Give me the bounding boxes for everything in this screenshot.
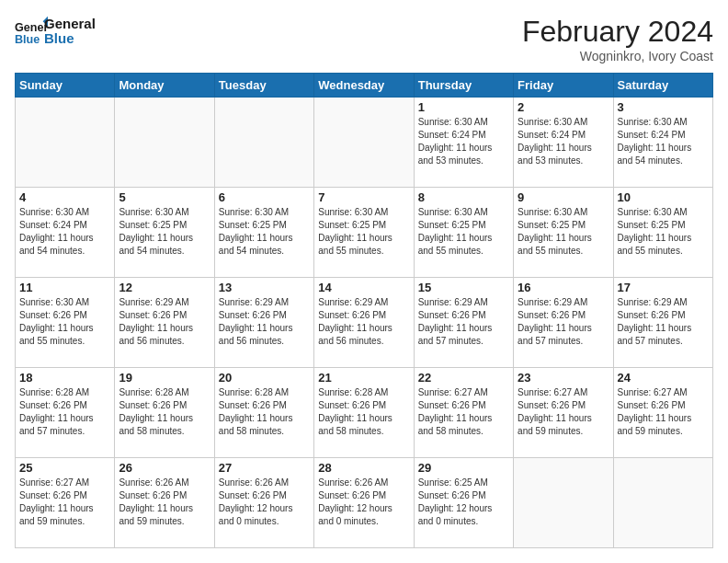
day-number: 5 [119, 190, 210, 204]
day-info: Sunrise: 6:28 AM Sunset: 6:26 PM Dayligh… [19, 386, 110, 438]
weekday-header-monday: Monday [115, 74, 214, 98]
day-number: 21 [318, 371, 409, 385]
weekday-header-saturday: Saturday [613, 74, 712, 98]
calendar-cell [16, 98, 115, 188]
calendar-cell: 20Sunrise: 6:28 AM Sunset: 6:26 PM Dayli… [214, 368, 313, 458]
logo-icon: General Blue [15, 15, 48, 48]
day-number: 13 [219, 281, 310, 294]
day-info: Sunrise: 6:29 AM Sunset: 6:26 PM Dayligh… [318, 296, 409, 348]
day-number: 23 [518, 371, 609, 385]
calendar-cell: 3Sunrise: 6:30 AM Sunset: 6:24 PM Daylig… [613, 98, 712, 188]
day-info: Sunrise: 6:28 AM Sunset: 6:26 PM Dayligh… [219, 386, 310, 438]
location: Wogninkro, Ivory Coast [522, 49, 713, 63]
calendar-cell: 24Sunrise: 6:27 AM Sunset: 6:26 PM Dayli… [613, 368, 712, 458]
logo: General Blue General Blue [15, 15, 96, 48]
calendar-cell: 19Sunrise: 6:28 AM Sunset: 6:26 PM Dayli… [115, 368, 214, 458]
calendar-cell: 17Sunrise: 6:29 AM Sunset: 6:26 PM Dayli… [613, 278, 712, 368]
svg-text:Blue: Blue [15, 33, 40, 46]
page-header: General Blue General Blue February 2024 … [15, 15, 713, 63]
day-number: 14 [318, 281, 409, 294]
calendar-cell [613, 458, 712, 548]
day-info: Sunrise: 6:30 AM Sunset: 6:26 PM Dayligh… [19, 296, 110, 348]
day-info: Sunrise: 6:29 AM Sunset: 6:26 PM Dayligh… [119, 296, 210, 348]
weekday-header-thursday: Thursday [414, 74, 513, 98]
calendar-cell: 29Sunrise: 6:25 AM Sunset: 6:26 PM Dayli… [414, 458, 513, 548]
day-number: 27 [219, 461, 310, 475]
calendar-cell: 7Sunrise: 6:30 AM Sunset: 6:25 PM Daylig… [314, 188, 414, 278]
month-title: February 2024 [522, 15, 713, 49]
day-info: Sunrise: 6:30 AM Sunset: 6:25 PM Dayligh… [318, 206, 409, 258]
calendar-cell: 16Sunrise: 6:29 AM Sunset: 6:26 PM Dayli… [514, 278, 613, 368]
calendar-cell: 6Sunrise: 6:30 AM Sunset: 6:25 PM Daylig… [214, 188, 313, 278]
day-number: 24 [618, 371, 709, 385]
calendar-cell: 9Sunrise: 6:30 AM Sunset: 6:25 PM Daylig… [514, 188, 613, 278]
day-info: Sunrise: 6:27 AM Sunset: 6:26 PM Dayligh… [618, 386, 709, 438]
calendar-cell: 10Sunrise: 6:30 AM Sunset: 6:25 PM Dayli… [613, 188, 712, 278]
calendar-cell: 2Sunrise: 6:30 AM Sunset: 6:24 PM Daylig… [514, 98, 613, 188]
day-info: Sunrise: 6:28 AM Sunset: 6:26 PM Dayligh… [318, 386, 409, 438]
day-number: 29 [418, 461, 509, 475]
day-info: Sunrise: 6:30 AM Sunset: 6:24 PM Dayligh… [19, 206, 110, 258]
day-info: Sunrise: 6:29 AM Sunset: 6:26 PM Dayligh… [618, 296, 709, 348]
day-number: 18 [19, 371, 110, 385]
calendar-cell: 25Sunrise: 6:27 AM Sunset: 6:26 PM Dayli… [16, 458, 115, 548]
day-info: Sunrise: 6:30 AM Sunset: 6:25 PM Dayligh… [618, 206, 709, 258]
day-number: 1 [418, 100, 509, 114]
day-number: 25 [19, 461, 110, 475]
calendar-cell: 15Sunrise: 6:29 AM Sunset: 6:26 PM Dayli… [414, 278, 513, 368]
day-number: 22 [418, 371, 509, 385]
calendar-cell: 12Sunrise: 6:29 AM Sunset: 6:26 PM Dayli… [115, 278, 214, 368]
weekday-header-sunday: Sunday [16, 74, 115, 98]
day-info: Sunrise: 6:26 AM Sunset: 6:26 PM Dayligh… [119, 477, 210, 528]
day-number: 26 [119, 461, 210, 475]
day-number: 4 [19, 190, 110, 204]
day-info: Sunrise: 6:28 AM Sunset: 6:26 PM Dayligh… [119, 386, 210, 438]
calendar-cell: 8Sunrise: 6:30 AM Sunset: 6:25 PM Daylig… [414, 188, 513, 278]
day-info: Sunrise: 6:30 AM Sunset: 6:24 PM Dayligh… [518, 116, 609, 167]
day-info: Sunrise: 6:30 AM Sunset: 6:25 PM Dayligh… [219, 206, 310, 258]
title-area: February 2024 Wogninkro, Ivory Coast [522, 15, 713, 63]
day-info: Sunrise: 6:30 AM Sunset: 6:24 PM Dayligh… [618, 116, 709, 167]
calendar-cell: 4Sunrise: 6:30 AM Sunset: 6:24 PM Daylig… [16, 188, 115, 278]
day-info: Sunrise: 6:29 AM Sunset: 6:26 PM Dayligh… [418, 296, 509, 348]
day-info: Sunrise: 6:26 AM Sunset: 6:26 PM Dayligh… [219, 477, 310, 528]
logo-general: General [44, 17, 96, 32]
weekday-header-tuesday: Tuesday [214, 74, 313, 98]
day-info: Sunrise: 6:26 AM Sunset: 6:26 PM Dayligh… [318, 477, 409, 528]
calendar-cell: 27Sunrise: 6:26 AM Sunset: 6:26 PM Dayli… [214, 458, 313, 548]
day-info: Sunrise: 6:27 AM Sunset: 6:26 PM Dayligh… [418, 386, 509, 438]
calendar-cell: 21Sunrise: 6:28 AM Sunset: 6:26 PM Dayli… [314, 368, 414, 458]
day-number: 10 [618, 190, 709, 204]
calendar-cell: 1Sunrise: 6:30 AM Sunset: 6:24 PM Daylig… [414, 98, 513, 188]
calendar-cell: 5Sunrise: 6:30 AM Sunset: 6:25 PM Daylig… [115, 188, 214, 278]
calendar-cell: 11Sunrise: 6:30 AM Sunset: 6:26 PM Dayli… [16, 278, 115, 368]
day-number: 19 [119, 371, 210, 385]
calendar-cell: 23Sunrise: 6:27 AM Sunset: 6:26 PM Dayli… [514, 368, 613, 458]
day-number: 8 [418, 190, 509, 204]
calendar-cell: 18Sunrise: 6:28 AM Sunset: 6:26 PM Dayli… [16, 368, 115, 458]
day-number: 7 [318, 190, 409, 204]
day-number: 28 [318, 461, 409, 475]
calendar-cell: 14Sunrise: 6:29 AM Sunset: 6:26 PM Dayli… [314, 278, 414, 368]
calendar-cell [214, 98, 313, 188]
calendar-cell: 26Sunrise: 6:26 AM Sunset: 6:26 PM Dayli… [115, 458, 214, 548]
day-number: 11 [19, 281, 110, 294]
calendar-cell: 13Sunrise: 6:29 AM Sunset: 6:26 PM Dayli… [214, 278, 313, 368]
day-number: 17 [618, 281, 709, 294]
day-info: Sunrise: 6:30 AM Sunset: 6:25 PM Dayligh… [518, 206, 609, 258]
day-number: 2 [518, 100, 609, 114]
day-number: 9 [518, 190, 609, 204]
day-info: Sunrise: 6:29 AM Sunset: 6:26 PM Dayligh… [219, 296, 310, 348]
day-info: Sunrise: 6:30 AM Sunset: 6:24 PM Dayligh… [418, 116, 509, 167]
weekday-header-friday: Friday [514, 74, 613, 98]
day-number: 16 [518, 281, 609, 294]
calendar-cell [514, 458, 613, 548]
logo-blue: Blue [44, 31, 96, 47]
calendar-cell [314, 98, 414, 188]
day-info: Sunrise: 6:30 AM Sunset: 6:25 PM Dayligh… [418, 206, 509, 258]
calendar-cell: 28Sunrise: 6:26 AM Sunset: 6:26 PM Dayli… [314, 458, 414, 548]
day-info: Sunrise: 6:29 AM Sunset: 6:26 PM Dayligh… [518, 296, 609, 348]
calendar-cell [115, 98, 214, 188]
calendar-cell: 22Sunrise: 6:27 AM Sunset: 6:26 PM Dayli… [414, 368, 513, 458]
day-number: 20 [219, 371, 310, 385]
